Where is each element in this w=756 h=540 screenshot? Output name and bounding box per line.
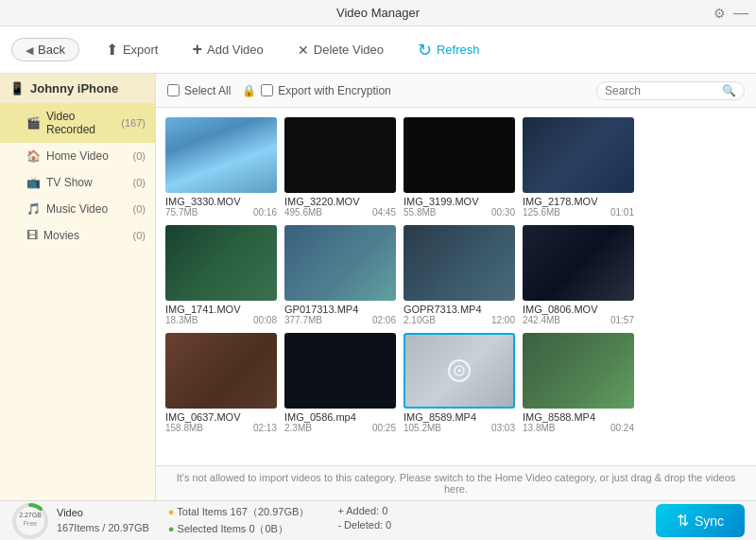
sidebar-label-music-video: Music Video [46, 202, 108, 216]
delete-video-label: Delete Video [314, 43, 384, 57]
video-info: IMG_3220.MOV 495.6MB 04:45 [284, 196, 396, 218]
video-item[interactable]: IMG_3220.MOV 495.6MB 04:45 [284, 117, 396, 218]
delete-video-button[interactable]: ✕ Delete Video [290, 39, 391, 61]
video-item[interactable]: IMG_3330.MOV 75.7MB 00:16 [165, 117, 277, 218]
settings-icon[interactable] [713, 6, 726, 21]
play-indicator [448, 359, 471, 382]
sidebar-item-music-video[interactable]: 🎵 Music Video (0) [0, 196, 155, 222]
video-size: 242.4MB [523, 315, 560, 325]
video-thumbnail [284, 225, 396, 301]
video-size: 55.8MB [404, 207, 436, 218]
video-duration: 00:30 [491, 207, 515, 218]
stats: ● Total Items 167（20.97GB） ● Selected It… [168, 505, 637, 536]
video-meta: 242.4MB 01:57 [523, 315, 634, 325]
sidebar-item-home-video[interactable]: 🏠 Home Video (0) [0, 143, 155, 169]
sync-icon: ⇅ [677, 512, 689, 530]
svg-text:2.27GB: 2.27GB [19, 512, 42, 518]
back-label: Back [38, 43, 65, 57]
video-duration: 01:57 [610, 315, 634, 325]
search-box: 🔍 [596, 81, 745, 100]
sidebar-item-tv-show[interactable]: 📺 TV Show (0) [0, 169, 155, 196]
select-all-input[interactable] [167, 84, 180, 96]
video-name: IMG_2178.MOV [523, 196, 634, 207]
video-info: IMG_0806.MOV 242.4MB 01:57 [523, 304, 634, 325]
video-thumbnail [523, 225, 634, 301]
video-item[interactable]: IMG_0806.MOV 242.4MB 01:57 [523, 225, 634, 325]
minimize-button[interactable]: — [733, 5, 748, 22]
video-item[interactable]: GOPR7313.MP4 2.10GB 12:00 [404, 225, 515, 325]
sync-button[interactable]: ⇅ Sync [656, 504, 745, 537]
video-item[interactable]: IMG_8589.MP4 105.2MB 03:03 [404, 333, 515, 433]
video-name: IMG_1741.MOV [165, 304, 277, 315]
sidebar-count-music-video: (0) [133, 203, 146, 215]
video-duration: 02:06 [372, 315, 396, 325]
video-item[interactable]: IMG_1741.MOV 18.3MB 00:08 [165, 225, 277, 325]
window-controls: — [713, 5, 748, 22]
video-size: 2.10GB [404, 315, 436, 325]
sidebar-count-video-recorded: (167) [121, 117, 146, 129]
add-video-icon: + [192, 40, 202, 60]
content-toolbar: Select All 🔒 Export with Encryption 🔍 [156, 74, 756, 108]
video-name: GP017313.MP4 [284, 304, 396, 315]
title-bar: Video Manager — [0, 0, 756, 26]
back-button[interactable]: Back [11, 38, 79, 61]
main-area: 📱 Johnny iPhone 🎬 Video Recorded (167) 🏠… [0, 74, 756, 500]
sidebar-icon-home-video: 🏠 [26, 149, 41, 163]
video-name: IMG_8589.MP4 [404, 411, 515, 423]
sidebar: 📱 Johnny iPhone 🎬 Video Recorded (167) 🏠… [0, 74, 156, 500]
stats-left: ● Total Items 167（20.97GB） ● Selected It… [168, 505, 310, 536]
search-input[interactable] [605, 84, 718, 97]
video-info: GOPR7313.MP4 2.10GB 12:00 [404, 304, 515, 325]
select-all-label: Select All [184, 84, 231, 97]
video-size: 125.6MB [523, 207, 560, 218]
video-item[interactable]: IMG_8588.MP4 13.8MB 00:24 [523, 333, 634, 433]
video-name: IMG_8588.MP4 [523, 411, 634, 423]
lock-icon: 🔒 [242, 84, 256, 97]
refresh-button[interactable]: ↻ Refresh [410, 36, 488, 64]
video-thumbnail [404, 333, 515, 409]
video-thumbnail [284, 333, 396, 409]
sidebar-item-movies[interactable]: 🎞 Movies (0) [0, 222, 155, 249]
export-button[interactable]: ⬆ Export [98, 37, 166, 62]
export-encrypt-checkbox[interactable]: 🔒 Export with Encryption [242, 84, 390, 97]
add-video-button[interactable]: + Add Video [184, 36, 270, 63]
sidebar-label-movies: Movies [43, 229, 79, 242]
video-meta: 2.3MB 00:25 [284, 423, 396, 433]
sidebar-label-home-video: Home Video [46, 149, 109, 163]
sidebar-count-home-video: (0) [133, 150, 146, 162]
video-grid: IMG_3330.MOV 75.7MB 00:16 IMG_3220.MOV 4… [156, 108, 756, 465]
video-item[interactable]: IMG_2178.MOV 125.6MB 01:01 [523, 117, 634, 218]
video-meta: 125.6MB 01:01 [523, 207, 634, 218]
sidebar-label-tv-show: TV Show [46, 176, 93, 189]
video-item[interactable]: IMG_3199.MOV 55.8MB 00:30 [404, 117, 515, 218]
export-label: Export [123, 43, 159, 57]
video-thumbnail [523, 117, 634, 193]
video-meta: 18.3MB 00:08 [165, 315, 277, 325]
storage-circle: 2.27GB Free [11, 502, 49, 540]
export-icon: ⬆ [106, 41, 118, 59]
video-info: IMG_8588.MP4 13.8MB 00:24 [523, 411, 634, 433]
video-info: IMG_8589.MP4 105.2MB 03:03 [404, 411, 515, 433]
video-meta: 2.10GB 12:00 [404, 315, 515, 325]
video-item[interactable]: IMG_0586.mp4 2.3MB 00:25 [284, 333, 396, 433]
video-meta: 105.2MB 03:03 [404, 423, 515, 433]
sidebar-item-video-recorded[interactable]: 🎬 Video Recorded (167) [0, 103, 155, 143]
video-size: 105.2MB [404, 423, 441, 433]
video-size: 18.3MB [165, 315, 198, 325]
sidebar-icon-music-video: 🎵 [26, 202, 41, 216]
total-items: ● Total Items 167（20.97GB） [168, 505, 310, 519]
status-bar: 2.27GB Free Video 167Items / 20.97GB ● T… [0, 500, 756, 540]
video-name: IMG_0637.MOV [165, 411, 277, 423]
video-item[interactable]: GP017313.MP4 377.7MB 02:06 [284, 225, 396, 325]
video-name: GOPR7313.MP4 [404, 304, 515, 315]
svg-text:Free: Free [24, 520, 38, 527]
added-stat: + Added: 0 [337, 505, 391, 516]
encrypt-input[interactable] [261, 84, 273, 96]
select-all-checkbox[interactable]: Select All [167, 84, 231, 97]
toolbar: Back ⬆ Export + Add Video ✕ Delete Video… [0, 26, 756, 74]
video-item[interactable]: IMG_0637.MOV 158.8MB 02:13 [165, 333, 277, 433]
sidebar-label-video-recorded: Video Recorded [46, 110, 115, 136]
sidebar-items: 🎬 Video Recorded (167) 🏠 Home Video (0) … [0, 103, 155, 249]
notice-bar: It's not allowed to import videos to thi… [156, 465, 756, 500]
video-name: IMG_0586.mp4 [284, 411, 396, 423]
